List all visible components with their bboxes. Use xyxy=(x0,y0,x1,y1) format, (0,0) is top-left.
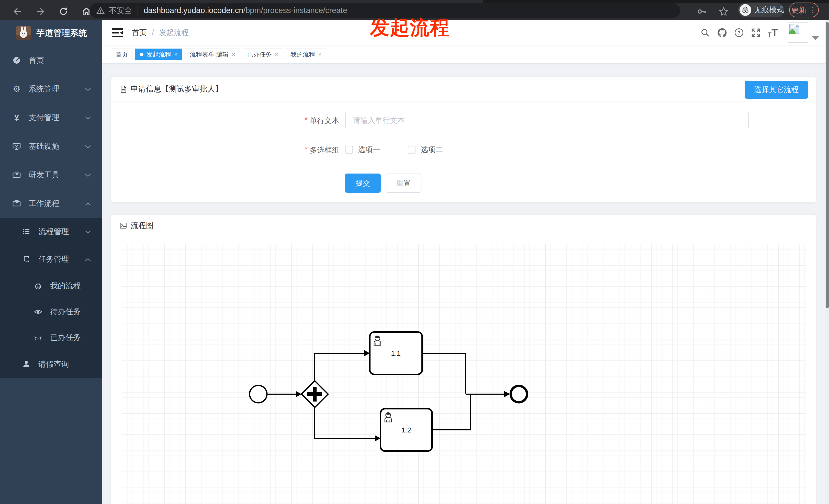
header-fullscreen-button[interactable] xyxy=(749,20,763,45)
avatar-dropdown-caret-icon[interactable] xyxy=(812,36,819,40)
bpmn-user-task-1-2[interactable]: 1.2 xyxy=(381,409,432,451)
list-icon xyxy=(22,227,31,236)
bpmn-start-event[interactable] xyxy=(250,385,267,403)
sidebar-item-leave-query[interactable]: 请假查询 xyxy=(0,350,102,378)
sidebar-item-todo-tasks[interactable]: 待办任务 xyxy=(0,299,102,324)
broken-image-icon xyxy=(788,23,800,35)
header-help-button[interactable]: ? xyxy=(732,20,746,45)
bpmn-user-task-1-1[interactable]: 1.1 xyxy=(370,332,422,375)
url-divider xyxy=(138,6,138,15)
checkbox-option-1-label[interactable]: 选项一 xyxy=(358,145,380,155)
sidebar-item-dev-tools[interactable]: 研发工具 xyxy=(0,160,102,189)
sidebar-item-payment[interactable]: ¥ 支付管理 xyxy=(0,103,102,132)
bpmn-parallel-gateway[interactable] xyxy=(301,381,328,408)
breadcrumb: 首页 / 发起流程 xyxy=(132,20,189,45)
user-avatar[interactable] xyxy=(788,23,808,43)
apply-card-header: 申请信息【测试多审批人】 选择其它流程 xyxy=(111,77,816,102)
sidebar-item-label: 我的流程 xyxy=(50,281,81,291)
field-label-checkbox-group: * 多选框组 xyxy=(272,145,339,155)
tab-home[interactable]: 首页 xyxy=(111,48,133,60)
reset-button[interactable]: 重置 xyxy=(386,173,422,193)
sidebar-item-infrastructure[interactable]: 基础设施 xyxy=(0,132,102,160)
chevron-down-icon xyxy=(85,170,91,179)
sidebar-item-home[interactable]: 首页 xyxy=(0,46,102,75)
submit-button[interactable]: 提交 xyxy=(345,173,381,193)
chevron-down-icon xyxy=(85,113,91,122)
browser-reload-button[interactable] xyxy=(54,3,73,20)
svg-text:?: ? xyxy=(737,30,741,35)
flow-card-header: 流程图 xyxy=(111,215,816,236)
page-scrollbar[interactable] xyxy=(825,20,829,504)
checkbox-option-1[interactable] xyxy=(345,146,353,154)
bpmn-canvas[interactable]: 1.1 1.2 xyxy=(122,244,806,504)
fullscreen-icon xyxy=(751,28,761,38)
sidebar-collapse-button[interactable] xyxy=(111,27,124,38)
annotation-text: 发起流程 xyxy=(370,15,450,41)
tab-label: 发起流程 xyxy=(146,50,171,59)
help-icon: ? xyxy=(734,28,744,38)
breadcrumb-home[interactable]: 首页 xyxy=(132,28,147,38)
single-line-text-input[interactable] xyxy=(345,112,749,129)
eye-closed-icon xyxy=(33,333,43,342)
tab-label: 首页 xyxy=(116,50,128,59)
tab-start-process[interactable]: 发起流程 × xyxy=(135,48,182,60)
tab-form-edit[interactable]: 流程表单-编辑 × xyxy=(185,48,240,60)
image-icon xyxy=(119,222,127,230)
browser-active-tab-edge xyxy=(0,0,483,3)
field-label: 多选框组 xyxy=(310,145,339,155)
document-icon xyxy=(119,85,127,93)
sidebar-item-process-management[interactable]: 流程管理 xyxy=(0,218,102,245)
chevron-down-icon xyxy=(85,142,91,151)
tab-label: 我的流程 xyxy=(290,50,315,59)
sidebar-item-label: 工作流程 xyxy=(29,198,59,209)
bpmn-end-event[interactable] xyxy=(511,386,527,402)
password-manager-button[interactable] xyxy=(692,3,711,20)
required-mark: * xyxy=(305,116,308,126)
sidebar-logo: 芋道管理系统 xyxy=(0,20,102,46)
chevron-up-icon xyxy=(85,255,91,264)
dashboard-icon xyxy=(12,56,22,65)
tab-close-icon[interactable]: × xyxy=(275,51,279,58)
bookmark-button[interactable] xyxy=(714,3,733,20)
browser-forward-button[interactable] xyxy=(31,3,50,20)
tab-close-icon[interactable]: × xyxy=(318,51,322,58)
tab-close-icon[interactable]: × xyxy=(174,51,178,58)
chevron-down-icon xyxy=(85,227,91,236)
browser-menu-icon: ⋮ xyxy=(809,6,817,14)
flow-diagram-card: 流程图 xyxy=(111,215,816,504)
scrollbar-thumb[interactable] xyxy=(826,22,829,308)
choose-other-process-button[interactable]: 选择其它流程 xyxy=(745,81,808,99)
edge-task1-join xyxy=(422,353,466,394)
flow-icon xyxy=(22,255,31,264)
header-github-button[interactable] xyxy=(715,20,729,45)
key-icon xyxy=(697,7,707,16)
sidebar-item-my-processes[interactable]: 我的流程 xyxy=(0,273,102,299)
incognito-badge: 无痕模式 xyxy=(738,3,784,17)
sidebar-item-label: 系统管理 xyxy=(29,84,59,94)
sidebar-item-system[interactable]: ⚙ 系统管理 xyxy=(0,75,102,103)
browser-tab-strip xyxy=(0,0,829,3)
gear-icon: ⚙ xyxy=(12,84,22,94)
checkbox-option-2[interactable] xyxy=(408,146,416,154)
tab-done-tasks[interactable]: 已办任务 × xyxy=(243,48,283,60)
browser-back-button[interactable] xyxy=(8,3,27,20)
edge-task2-join xyxy=(432,395,471,430)
sidebar-item-done-tasks[interactable]: 已办任务 xyxy=(0,324,102,350)
apply-info-card: 申请信息【测试多审批人】 选择其它流程 * 单行文本 * 多选框组 选项一 选项… xyxy=(111,77,816,202)
tab-label: 流程表单-编辑 xyxy=(190,50,228,59)
toolbox-icon xyxy=(12,170,22,180)
sidebar-item-task-management[interactable]: 任务管理 xyxy=(0,245,102,273)
app-header: 首页 / 发起流程 ? TT xyxy=(102,20,829,45)
tab-my-processes[interactable]: 我的流程 × xyxy=(286,48,326,60)
sidebar-item-label: 研发工具 xyxy=(29,170,59,180)
browser-update-button[interactable]: 更新 ⋮ xyxy=(789,3,819,17)
header-font-size-button[interactable]: TT xyxy=(766,20,780,45)
checkbox-option-2-label[interactable]: 选项二 xyxy=(421,145,443,155)
edge-gateway-task2 xyxy=(315,408,375,438)
person-icon xyxy=(22,360,31,369)
tab-close-icon[interactable]: × xyxy=(232,51,235,58)
incognito-icon xyxy=(740,4,751,16)
task-label: 1.1 xyxy=(391,350,401,357)
header-search-button[interactable] xyxy=(698,20,712,45)
sidebar-item-workflow[interactable]: 工作流程 xyxy=(0,189,102,218)
